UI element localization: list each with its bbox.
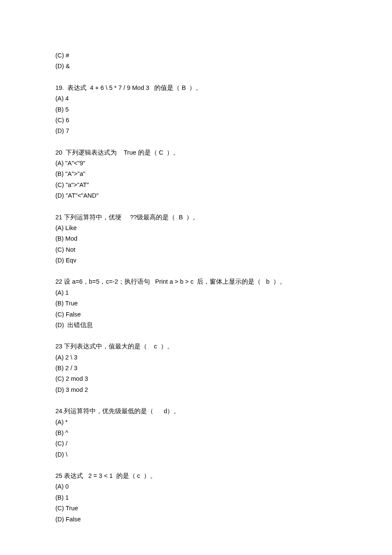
option-line: (A) Like (55, 223, 337, 233)
document-page: (C) # (D) & 19. 表达式 4 + 6 \ 5 * 7 / 9 Mo… (0, 0, 392, 555)
option-line: (B) ^ (55, 428, 337, 438)
option-line: (D) 3 mod 2 (55, 385, 337, 395)
option-line: (A) * (55, 417, 337, 428)
question-line: 20 下列逻辑表达式为 True 的是（ C ）。 (55, 147, 337, 158)
option-line: (C) Not (55, 244, 337, 255)
question-block: 24.列运算符中，优先级最低的是（ d）。 (A) * (B) ^ (C) / … (55, 406, 337, 460)
question-line: 19. 表达式 4 + 6 \ 5 * 7 / 9 Mod 3 的值是（ B ）… (55, 83, 337, 93)
option-line: (D) \ (55, 449, 337, 460)
option-line: (A) 2 \ 3 (55, 352, 337, 363)
question-block: 23 下列表达式中，值最大的是（ c ）。 (A) 2 \ 3 (B) 2 / … (55, 341, 337, 395)
option-line: (B) "A">"a" (55, 169, 337, 179)
question-block: 25 表达式 2 = 3 < 1 的是（ c ）。 (A) 0 (B) 1 (C… (55, 471, 337, 525)
option-line: (D) Eqv (55, 255, 337, 266)
option-line: (B) 2 / 3 (55, 363, 337, 374)
question-line: 25 表达式 2 = 3 < 1 的是（ c ）。 (55, 471, 337, 481)
question-line: 24.列运算符中，优先级最低的是（ d）。 (55, 406, 337, 417)
question-line: 23 下列表达式中，值最大的是（ c ）。 (55, 341, 337, 352)
option-line: (B) True (55, 298, 337, 309)
question-block: 20 下列逻辑表达式为 True 的是（ C ）。 (A) "A"<"9" (B… (55, 147, 337, 201)
question-block: (C) # (D) & (55, 50, 337, 72)
option-line: (B) Mod (55, 233, 337, 244)
question-line: 21 下列运算符中，优埂 ??级最高的是（ B ）。 (55, 212, 337, 223)
question-line: 22 设 a=6，b=5，c=-2；执行语句 Print a > b > c 后… (55, 276, 337, 287)
option-line: (B) 5 (55, 104, 337, 115)
question-block: 19. 表达式 4 + 6 \ 5 * 7 / 9 Mod 3 的值是（ B ）… (55, 83, 337, 137)
option-line: (C) / (55, 438, 337, 449)
option-line: (D) "AT"<"AND" (55, 190, 337, 201)
option-line: (B) 1 (55, 492, 337, 503)
option-line: (C) 2 mod 3 (55, 374, 337, 384)
option-line: (A) 0 (55, 481, 337, 492)
option-line: (C) "a">"AT" (55, 180, 337, 190)
option-line: (D) False (55, 514, 337, 525)
option-line: (A) "A"<"9" (55, 158, 337, 169)
question-block: 22 设 a=6，b=5，c=-2；执行语句 Print a > b > c 后… (55, 276, 337, 331)
option-line: (C) # (55, 50, 337, 61)
option-line: (A) 1 (55, 288, 337, 298)
option-line: (A) 4 (55, 93, 337, 104)
option-line: (D) 7 (55, 126, 337, 136)
option-line: (C) True (55, 503, 337, 514)
option-line: (D) 出错信息 (55, 320, 337, 331)
option-line: (C) False (55, 309, 337, 320)
option-line: (D) & (55, 61, 337, 72)
option-line: (C) 6 (55, 115, 337, 126)
question-block: 21 下列运算符中，优埂 ??级最高的是（ B ）。 (A) Like (B) … (55, 212, 337, 266)
